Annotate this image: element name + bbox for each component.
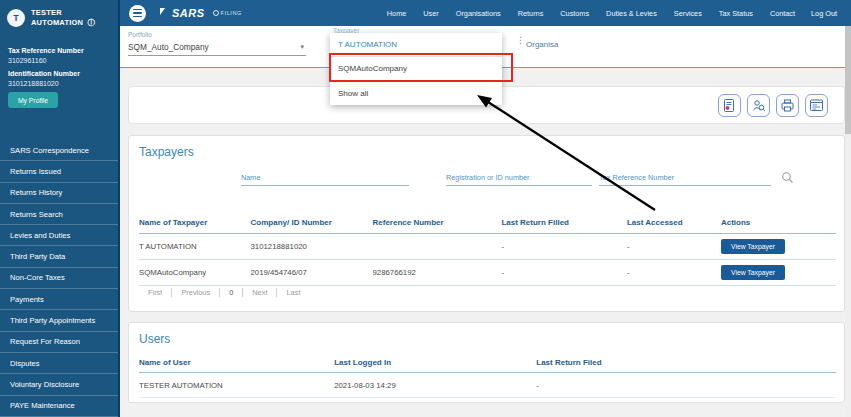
table-row: T AUTOMATION 3101218881020 - - View Taxp… <box>139 234 836 260</box>
sidebar-item[interactable]: Levies and Duties <box>0 225 118 246</box>
magnifier-icon[interactable] <box>781 170 794 188</box>
pagination-item[interactable]: Next <box>242 288 276 297</box>
portfolio-select[interactable]: SQM_Auto_Company ▾ <box>128 39 306 56</box>
sars-efiling-page: T TESTER AUTOMATION ⓘ Tax Reference Numb… <box>0 0 851 417</box>
nav-item[interactable]: Returns <box>518 9 544 18</box>
sidebar-item[interactable]: Payments <box>0 289 118 310</box>
cell-last-return: - <box>501 268 626 277</box>
cell-user-name: TESTER AUTOMATION <box>139 381 334 390</box>
user-profile-card: T TESTER AUTOMATION ⓘ Tax Reference Numb… <box>0 0 118 140</box>
taxpayers-table: Name of TaxpayerCompany/ ID NumberRefere… <box>139 212 836 286</box>
column-header: Name of Taxpayer <box>139 218 251 227</box>
sidebar-item[interactable]: Third Party Appointments <box>0 310 118 331</box>
avatar: T <box>7 9 25 27</box>
profile-search-icon[interactable] <box>747 94 770 117</box>
table-row: TESTER AUTOMATION 2021-08-03 14:29 - <box>139 373 836 398</box>
sidebar-item[interactable]: SARS Correspondence <box>0 140 118 161</box>
users-section: Users Name of UserLast Logged InLast Ret… <box>128 322 845 403</box>
nav-item[interactable]: Contact <box>770 9 795 18</box>
taxpayers-table-header: Name of TaxpayerCompany/ ID NumberRefere… <box>139 212 836 234</box>
cell-company-id: 2019/454746/07 <box>251 268 373 277</box>
pagination: FirstPrevious0NextLast <box>139 288 309 297</box>
nav-item[interactable]: User <box>423 9 438 18</box>
nav-item[interactable]: Customs <box>560 9 589 18</box>
kebab-icon[interactable]: ⋮ <box>516 38 525 43</box>
column-header: Last Logged In <box>334 358 536 367</box>
column-header: Last Return Filled <box>501 218 626 227</box>
sars-flag-icon <box>160 8 170 15</box>
top-navigation: SARS FILING HomeUserOrganisationsReturns… <box>120 0 851 26</box>
scrollbar-thumb[interactable] <box>845 26 851 134</box>
vertical-scrollbar[interactable] <box>845 26 851 417</box>
sidebar-item[interactable]: Voluntary Disclosure <box>0 374 118 395</box>
sars-logo[interactable]: SARS FILING <box>160 7 242 19</box>
users-table: Name of UserLast Logged InLast Return Fi… <box>139 352 836 398</box>
cell-last-return: - <box>501 242 626 251</box>
cell-reference: 9286766192 <box>372 268 501 277</box>
sidebar-item[interactable]: Request For Reason <box>0 332 118 353</box>
cell-company-id: 3101218881020 <box>251 242 373 251</box>
pagination-item[interactable]: First <box>139 288 171 297</box>
column-header: Company/ ID Number <box>251 218 373 227</box>
efiling-logo: FILING <box>213 10 242 16</box>
dropdown-item-t-automation[interactable]: T AUTOMATION <box>330 33 502 57</box>
cell-last-accessed: - <box>627 242 721 251</box>
view-taxpayer-button[interactable]: View Taxpayer <box>721 239 785 254</box>
nav-item[interactable]: Organisations <box>456 9 501 18</box>
cell-last-return: - <box>536 381 836 390</box>
portfolio-header: Portfolio SQM_Auto_Company ▾ Taxpayer ⋮ … <box>120 26 845 68</box>
tax-ref-label: Tax Reference Number <box>8 47 84 54</box>
sidebar-item[interactable]: Returns History <box>0 183 118 204</box>
my-profile-button[interactable]: My Profile <box>8 92 58 108</box>
sidebar-item[interactable]: Third Party Data <box>0 246 118 267</box>
name-search-input[interactable]: Name <box>241 167 409 186</box>
sidebar-item[interactable]: Non-Core Taxes <box>0 268 118 289</box>
taxpayers-section: Taxpayers Name Registration or ID number… <box>128 135 845 312</box>
sidebar-item[interactable]: Returns Issued <box>0 161 118 182</box>
sidebar-item[interactable]: PAYE Maintenance <box>0 396 118 417</box>
user-name: TESTER AUTOMATION ⓘ <box>31 8 95 27</box>
registration-search-input[interactable]: Registration or ID number <box>446 167 592 186</box>
column-header: Reference Number <box>372 218 501 227</box>
cell-name: SQMAutoCompany <box>139 268 251 277</box>
table-row: SQMAutoCompany 2019/454746/07 9286766192… <box>139 260 836 286</box>
column-header: Name of User <box>139 358 334 367</box>
column-header: Actions <box>721 218 836 227</box>
dropdown-item-sqmautocompany[interactable]: SQMAutoCompany <box>330 57 502 81</box>
hamburger-menu-icon[interactable] <box>129 5 146 22</box>
dropdown-item-show-all[interactable]: Show all <box>330 81 502 105</box>
printer-documents-icon[interactable] <box>776 94 799 117</box>
identification-value: 3101218881020 <box>8 80 59 87</box>
identification-label: Identification Number <box>8 70 80 77</box>
cell-name: T AUTOMATION <box>139 242 251 251</box>
nav-item[interactable]: Duties & Levies <box>606 9 657 18</box>
pagination-item[interactable]: 0 <box>219 288 242 297</box>
sidebar-item[interactable]: Returns Search <box>0 204 118 225</box>
nav-item[interactable]: Services <box>674 9 702 18</box>
sidebar-item[interactable]: Disputes <box>0 353 118 374</box>
users-title: Users <box>139 332 170 346</box>
column-header: Last Accessed <box>627 218 721 227</box>
tax-ref-value: 3102961160 <box>8 57 46 64</box>
cell-last-logged-in: 2021-08-03 14:29 <box>334 381 536 390</box>
info-icon[interactable]: ⓘ <box>87 18 95 27</box>
portfolio-label: Portfolio <box>128 31 152 38</box>
tax-reference-search-input[interactable]: Tax Reference Number <box>599 167 771 186</box>
redaction-blob <box>558 28 624 60</box>
nav-item[interactable]: Home <box>387 9 406 18</box>
report-document-icon[interactable] <box>718 94 741 117</box>
column-header: Last Return Filed <box>536 358 836 367</box>
nav-item[interactable]: Tax Status <box>719 9 753 18</box>
cell-last-accessed: - <box>627 268 721 277</box>
sidebar-menu: SARS CorrespondenceReturns IssuedReturns… <box>0 140 118 417</box>
view-taxpayer-button[interactable]: View Taxpayer <box>721 265 785 280</box>
nav-menu: HomeUserOrganisationsReturnsCustomsDutie… <box>387 9 795 18</box>
pagination-item[interactable]: Previous <box>171 288 219 297</box>
taxpayer-dropdown: T AUTOMATION SQMAutoCompany Show all <box>330 33 502 105</box>
users-table-header: Name of UserLast Logged InLast Return Fi… <box>139 352 836 373</box>
logout-link[interactable]: Log Out <box>811 9 837 18</box>
statement-window-icon[interactable] <box>805 94 828 117</box>
chevron-down-icon: ▾ <box>300 43 304 51</box>
efiling-icon <box>213 10 219 16</box>
pagination-item[interactable]: Last <box>276 288 309 297</box>
